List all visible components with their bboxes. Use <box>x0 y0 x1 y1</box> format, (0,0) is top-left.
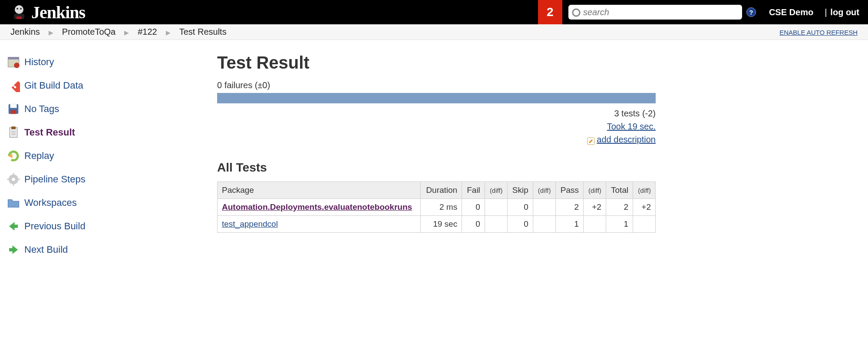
svg-point-0 <box>15 5 23 14</box>
col-duration[interactable]: Duration <box>421 182 462 199</box>
user-name[interactable]: CSE Demo <box>769 7 813 17</box>
arrow-left-icon <box>7 220 20 233</box>
cell-skip-diff <box>533 199 555 216</box>
folder-icon <box>7 196 20 209</box>
test-summary: 3 tests (-2) Took 19 sec. add descriptio… <box>217 107 656 149</box>
sidebar-item[interactable]: Next Build <box>5 238 203 261</box>
table-row: test_appendcol19 sec0011 <box>218 216 656 233</box>
svg-rect-2 <box>17 17 22 19</box>
package-link[interactable]: test_appendcol <box>222 219 278 228</box>
cell-skip: 0 <box>507 216 533 233</box>
svg-rect-24 <box>13 184 14 186</box>
all-tests-heading: All Tests <box>217 161 656 175</box>
svg-rect-13 <box>10 104 17 108</box>
cell-duration: 19 sec <box>421 216 462 233</box>
sidebar-item-label: Pipeline Steps <box>24 174 86 185</box>
clipboard-icon <box>7 126 20 139</box>
sidebar-item-label: Test Result <box>24 127 75 138</box>
main-content: Test Result 0 failures (±0) 3 tests (-2)… <box>208 40 664 272</box>
package-link[interactable]: Automation.Deployments.evaluatenotebookr… <box>222 202 412 212</box>
sidebar-item-label: Replay <box>24 150 54 162</box>
save-icon <box>7 102 20 116</box>
enable-auto-refresh-link[interactable]: ENABLE AUTO REFRESH <box>779 29 858 36</box>
col-fail[interactable]: Fail <box>462 182 485 199</box>
cell-fail-diff <box>485 216 507 233</box>
svg-rect-14 <box>11 110 17 114</box>
sidebar-item[interactable]: Pipeline Steps <box>5 168 203 191</box>
cell-total: 2 <box>606 199 633 216</box>
sidebar-item[interactable]: Previous Build <box>5 215 203 238</box>
svg-rect-16 <box>11 126 16 129</box>
breadcrumb-item[interactable]: Test Results <box>179 27 227 36</box>
sidebar-item[interactable]: History <box>5 50 203 74</box>
cell-fail-diff <box>485 199 507 216</box>
breadcrumb-separator-icon: ▶ <box>124 29 129 36</box>
gear-icon <box>7 173 20 186</box>
top-header: Jenkins 2 ? CSE Demo | log out <box>0 0 868 24</box>
col-total-diff[interactable]: (diff) <box>633 182 656 199</box>
sidebar: HistoryGit Build DataNo TagsTest ResultR… <box>0 40 208 272</box>
col-package[interactable]: Package <box>218 182 421 199</box>
svg-rect-25 <box>7 179 9 180</box>
sidebar-item-label: Workspaces <box>24 197 77 208</box>
cell-package: test_appendcol <box>218 216 421 233</box>
col-pass-diff[interactable]: (diff) <box>584 182 606 199</box>
sidebar-item[interactable]: Git Build Data <box>5 74 203 97</box>
separator-pipe: | <box>825 7 827 17</box>
breadcrumb-item[interactable]: Jenkins <box>10 27 40 36</box>
auto-refresh-wrap: ENABLE AUTO REFRESH <box>779 27 858 37</box>
notification-badge[interactable]: 2 <box>538 0 562 24</box>
cell-pass: 2 <box>555 199 584 216</box>
cell-fail: 0 <box>462 199 485 216</box>
svg-point-22 <box>12 178 15 181</box>
svg-point-3 <box>17 8 18 10</box>
cell-total: 1 <box>606 216 633 233</box>
test-duration-link[interactable]: Took 19 sec. <box>607 122 656 131</box>
col-skip-diff[interactable]: (diff) <box>533 182 555 199</box>
tests-table: Package Duration Fail (diff) Skip (diff)… <box>217 182 656 233</box>
breadcrumb-item[interactable]: #122 <box>138 27 157 36</box>
cell-pass-diff <box>584 216 606 233</box>
svg-rect-23 <box>13 173 14 175</box>
svg-rect-26 <box>18 179 20 180</box>
col-skip[interactable]: Skip <box>507 182 533 199</box>
logo[interactable]: Jenkins <box>0 2 85 23</box>
sidebar-item[interactable]: Test Result <box>5 121 203 144</box>
col-fail-diff[interactable]: (diff) <box>485 182 507 199</box>
cell-skip-diff <box>533 216 555 233</box>
svg-rect-30 <box>9 248 13 251</box>
test-progress-bar <box>217 93 656 103</box>
edit-icon <box>587 135 595 143</box>
sidebar-item[interactable]: No Tags <box>5 97 203 121</box>
arrow-right-icon <box>7 243 20 256</box>
breadcrumb-separator-icon: ▶ <box>49 29 53 36</box>
svg-rect-6 <box>8 57 19 59</box>
user-block: CSE Demo | log out <box>760 7 868 17</box>
test-count: 3 tests (-2) <box>217 107 656 120</box>
logout-link[interactable]: log out <box>830 7 859 17</box>
cell-duration: 2 ms <box>421 199 462 216</box>
breadcrumb-item[interactable]: PromoteToQa <box>62 27 116 36</box>
replay-icon <box>7 149 20 162</box>
help-icon[interactable]: ? <box>746 7 756 17</box>
history-icon <box>7 56 20 69</box>
cell-fail: 0 <box>462 216 485 233</box>
product-name: Jenkins <box>31 2 85 23</box>
page-title: Test Result <box>217 53 656 73</box>
sidebar-item-label: Next Build <box>24 244 68 255</box>
cell-total-diff: +2 <box>633 199 656 216</box>
jenkins-logo-icon <box>10 3 28 21</box>
sidebar-item[interactable]: Replay <box>5 144 203 168</box>
add-description-link[interactable]: add description <box>597 133 656 146</box>
search-input[interactable] <box>568 5 742 20</box>
col-pass[interactable]: Pass <box>555 182 584 199</box>
sidebar-item[interactable]: Workspaces <box>5 191 203 215</box>
cell-total-diff <box>633 216 656 233</box>
svg-point-7 <box>14 63 20 68</box>
col-total[interactable]: Total <box>606 182 633 199</box>
sidebar-item-label: History <box>24 56 54 68</box>
cell-skip: 0 <box>507 199 533 216</box>
sidebar-item-label: No Tags <box>24 103 59 115</box>
svg-rect-28 <box>13 225 18 228</box>
search-wrap <box>568 5 742 20</box>
